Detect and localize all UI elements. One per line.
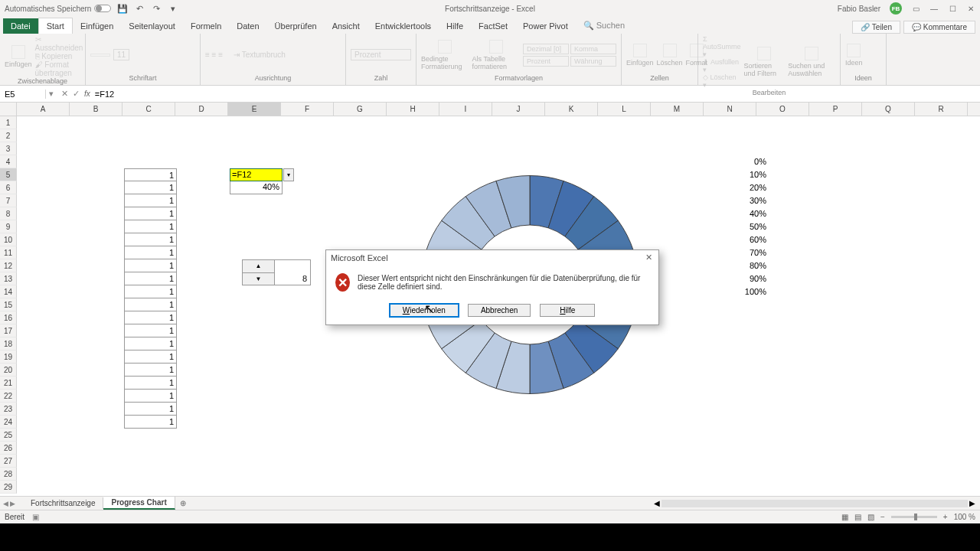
pct-cell[interactable]: 50%: [716, 220, 769, 233]
cancel-formula-icon[interactable]: ✕: [61, 89, 68, 99]
tab-view[interactable]: Ansicht: [325, 18, 368, 34]
row-header[interactable]: 2: [0, 129, 17, 142]
zoom-out-icon[interactable]: −: [880, 513, 885, 521]
row-header[interactable]: 8: [0, 207, 17, 220]
pct-cell[interactable]: 20%: [716, 181, 769, 194]
autosum-button[interactable]: Σ AutoSumme ▾: [703, 35, 741, 58]
row-header[interactable]: 28: [0, 468, 17, 481]
fx-icon[interactable]: fx: [84, 90, 90, 98]
number-format-dropdown[interactable]: Prozent: [351, 35, 411, 74]
col-header[interactable]: O: [756, 103, 809, 116]
data-cell[interactable]: 1: [124, 246, 177, 259]
data-cell[interactable]: 1: [124, 259, 177, 272]
data-cell[interactable]: 1: [124, 194, 177, 207]
view-page-layout-icon[interactable]: ▤: [854, 513, 861, 521]
format-painter-button[interactable]: 🖌 Format übertragen: [35, 60, 83, 77]
help-button[interactable]: Hilfe: [540, 304, 595, 317]
spinner-control[interactable]: ▲ ▼ 8: [242, 259, 311, 285]
conditional-formatting-button[interactable]: Bedingte Formatierung: [421, 40, 469, 70]
delete-cells-button[interactable]: Löschen: [657, 44, 683, 67]
col-header[interactable]: R: [915, 103, 968, 116]
find-select-button[interactable]: Suchen und Auswählen: [788, 47, 835, 77]
col-header[interactable]: L: [598, 103, 651, 116]
col-header[interactable]: G: [334, 103, 387, 116]
row-header[interactable]: 26: [0, 442, 17, 455]
row-header[interactable]: 12: [0, 259, 17, 272]
row-header[interactable]: 29: [0, 481, 17, 494]
comments-button[interactable]: 💬 Kommentare: [903, 21, 975, 34]
style-wahrung[interactable]: Währung: [570, 56, 616, 67]
zoom-slider[interactable]: [891, 516, 937, 518]
search-box[interactable]: 🔍 Suchen: [576, 18, 632, 34]
row-header[interactable]: 27: [0, 455, 17, 468]
tab-factset[interactable]: FactSet: [471, 18, 515, 34]
row-header[interactable]: 20: [0, 364, 17, 377]
data-cell[interactable]: 1: [124, 272, 177, 285]
row-header[interactable]: 15: [0, 298, 17, 311]
col-header[interactable]: Q: [862, 103, 915, 116]
col-header[interactable]: I: [439, 103, 492, 116]
close-icon[interactable]: ✕: [966, 4, 975, 13]
col-header[interactable]: M: [651, 103, 704, 116]
dialog-close-icon[interactable]: ✕: [643, 253, 654, 263]
data-cell[interactable]: 1: [124, 377, 177, 390]
tab-review[interactable]: Überprüfen: [267, 18, 325, 34]
data-cell[interactable]: 1: [124, 285, 177, 298]
row-header[interactable]: 19: [0, 350, 17, 364]
row-header[interactable]: 16: [0, 311, 17, 324]
tab-data[interactable]: Daten: [229, 18, 266, 34]
tab-home[interactable]: Start: [38, 18, 73, 34]
horizontal-scrollbar[interactable]: [662, 500, 968, 507]
pct-cell[interactable]: 0%: [716, 155, 769, 168]
data-cell[interactable]: 1: [124, 324, 177, 337]
data-cell[interactable]: 1: [124, 168, 177, 181]
clear-button[interactable]: ◇ Löschen ▾: [703, 73, 741, 89]
hscroll-left-icon[interactable]: ◀: [654, 499, 660, 507]
pct-cell[interactable]: 100%: [716, 285, 769, 298]
data-cell[interactable]: 1: [124, 233, 177, 246]
autosave-toggle[interactable]: Automatisches Speichern: [5, 5, 111, 13]
sheet-tab-2[interactable]: Progress Chart: [103, 497, 175, 510]
sheet-tab-1[interactable]: Fortschrittsanzeige: [23, 497, 103, 509]
name-box[interactable]: E5: [0, 90, 46, 99]
row-header[interactable]: 13: [0, 272, 17, 285]
row-header[interactable]: 23: [0, 403, 17, 416]
user-avatar[interactable]: FB: [890, 2, 902, 15]
style-dezimal[interactable]: Dezimal [0]: [523, 44, 569, 54]
copy-button[interactable]: ⎘ Kopieren: [35, 52, 83, 60]
row-header[interactable]: 11: [0, 246, 17, 259]
data-cell[interactable]: 1: [124, 350, 177, 364]
maximize-icon[interactable]: ☐: [948, 4, 957, 13]
row-header[interactable]: 18: [0, 337, 17, 350]
row-header[interactable]: 1: [0, 116, 17, 129]
row-header[interactable]: 9: [0, 220, 17, 233]
format-as-table-button[interactable]: Als Tabelle formatieren: [472, 40, 520, 70]
add-sheet-icon[interactable]: ⊕: [175, 497, 191, 509]
tab-page-layout[interactable]: Seitenlayout: [121, 18, 183, 34]
data-cell[interactable]: 1: [124, 298, 177, 311]
col-header[interactable]: B: [70, 103, 122, 116]
row-header[interactable]: 22: [0, 390, 17, 403]
col-header[interactable]: J: [492, 103, 545, 116]
row-header[interactable]: 7: [0, 194, 17, 207]
cancel-button[interactable]: Abbrechen: [468, 304, 531, 317]
qat-more-icon[interactable]: ▾: [168, 3, 178, 14]
cell-e5-editing[interactable]: =F12: [230, 168, 283, 181]
tab-help[interactable]: Hilfe: [439, 18, 471, 34]
save-icon[interactable]: 💾: [117, 3, 128, 14]
style-komma[interactable]: Komma: [570, 44, 616, 54]
tab-formulas[interactable]: Formeln: [183, 18, 229, 34]
data-cell[interactable]: 1: [124, 337, 177, 350]
col-header[interactable]: N: [704, 103, 756, 116]
row-header[interactable]: 25: [0, 429, 17, 442]
col-header[interactable]: H: [387, 103, 439, 116]
data-cell[interactable]: 1: [124, 207, 177, 220]
row-header[interactable]: 4: [0, 155, 17, 168]
name-box-dropdown-icon[interactable]: ▾: [46, 89, 57, 99]
col-header[interactable]: E: [228, 103, 281, 116]
minimize-icon[interactable]: —: [929, 4, 939, 13]
pct-cell[interactable]: 30%: [716, 194, 769, 207]
row-header[interactable]: 17: [0, 324, 17, 337]
view-normal-icon[interactable]: ▦: [841, 513, 848, 521]
data-cell[interactable]: 1: [124, 181, 177, 194]
